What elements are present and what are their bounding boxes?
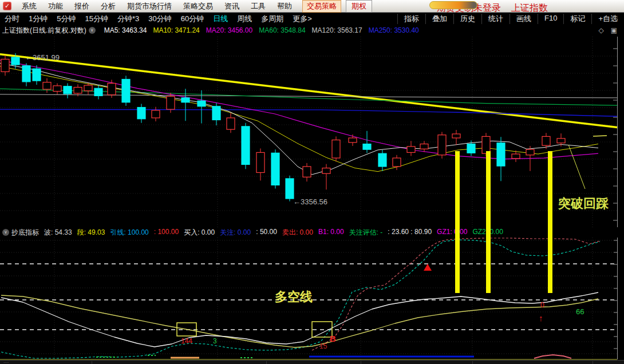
period-toolbar: 分时1分钟5分钟15分钟分钟*330分钟60分钟日线周线多周期更多> 指标叠加历… [0, 13, 624, 26]
svg-text:多空线: 多空线 [275, 290, 313, 304]
tool-button[interactable]: 叠加 [425, 14, 453, 24]
menu-item[interactable]: 分析 [95, 1, 121, 11]
indicator-chevron-icon[interactable]: ∨ [2, 229, 9, 236]
menu-item-options[interactable]: 期权 [346, 0, 372, 13]
menu-item[interactable]: 策略交易 [177, 1, 219, 11]
indicator-value: 关注: 0.00 [220, 228, 251, 238]
status-separator [266, 361, 267, 364]
highlight-bar-annotation [455, 151, 460, 293]
collapse-chevron-icon[interactable]: ∨ [89, 27, 96, 34]
indicator-value: 引线: 100.00 [110, 228, 148, 238]
period-tab-active[interactable]: 日线 [208, 14, 232, 24]
indicator-value: 段: 49.03 [77, 228, 105, 238]
menu-item[interactable]: 工具 [245, 1, 271, 11]
ma-value: MA20: 3456.00 [206, 26, 252, 34]
ma-value: MA60: 3548.84 [259, 26, 305, 34]
tool-button[interactable]: +自选 [591, 14, 624, 24]
chart-canvas[interactable]: ←3651.99←3356.56突破回踩多空线1443B15660↑ [0, 0, 624, 364]
indicator-value: B1: 0.00 [318, 228, 344, 238]
menu-item[interactable]: 系统 [16, 1, 42, 11]
highlight-bar-annotation [548, 151, 552, 293]
svg-text:←3356.56: ←3356.56 [293, 197, 327, 206]
ma-value: MA120: 3563.17 [312, 26, 362, 34]
indicator-value: 卖出: 0.00 [282, 228, 313, 238]
status-bar: ···· [0, 360, 624, 364]
highlight-bar-annotation [486, 151, 491, 293]
indicator-name[interactable]: 抄底指标 [11, 228, 39, 238]
svg-text:↑: ↑ [539, 313, 543, 323]
period-tab[interactable]: 多周期 [256, 14, 288, 24]
indicator-value: : 23.60 : 80.90 [388, 228, 432, 238]
status-separator [593, 361, 593, 364]
tool-button[interactable]: 指标 [397, 14, 425, 24]
tool-button[interactable]: F10 [538, 14, 563, 24]
indicator-value: : 100.00 [154, 228, 179, 238]
status-separator [472, 361, 473, 364]
indicator-value: : 50.00 [256, 228, 277, 238]
menu-item[interactable]: 功能 [42, 1, 69, 11]
menu-item[interactable]: 资讯 [219, 1, 245, 11]
indicator-value: 买入: 0.00 [184, 228, 215, 238]
status-separator [92, 361, 92, 364]
svg-text:3: 3 [213, 337, 217, 345]
ma-value: MA5: 3463.34 [104, 26, 147, 34]
svg-text:0: 0 [540, 301, 544, 309]
tool-button[interactable]: 画线 [510, 14, 538, 24]
period-tab[interactable]: 更多> [288, 14, 317, 24]
svg-text:B: B [330, 334, 336, 343]
period-tab[interactable]: 5分钟 [52, 14, 80, 24]
menu-item[interactable]: 帮助 [271, 1, 298, 11]
status-separator [361, 361, 361, 364]
instrument-info-bar: 上证指数(日线.前复权.对数) ∨ MA5: 3463.34MA10: 3471… [0, 25, 624, 35]
ma-value: MA250: 3530.40 [369, 26, 419, 34]
svg-text:144: 144 [181, 337, 192, 345]
tool-button[interactable]: 历史 [453, 14, 481, 24]
menu-item[interactable]: 期货市场行情 [121, 1, 177, 11]
login-progress-pill [429, 1, 477, 9]
period-tab[interactable]: 1分钟 [24, 14, 52, 24]
current-index-link[interactable]: 上证指数 [511, 2, 548, 14]
instrument-title: 上证指数(日线.前复权.对数) [2, 26, 86, 35]
indicator-header: ∨ 抄底指标 波: 54.33段: 49.03引线: 100.00: 100.0… [0, 227, 624, 238]
app-logo-icon[interactable]: ✓ [3, 2, 11, 10]
period-tab[interactable]: 周线 [232, 14, 256, 24]
period-tab[interactable]: 15分钟 [80, 14, 112, 24]
ma-value: MA10: 3471.24 [153, 26, 199, 34]
menu-item-trade-strategy[interactable]: 交易策略 [302, 0, 341, 13]
period-tab[interactable]: 60分钟 [176, 14, 208, 24]
period-tab[interactable]: 分钟*3 [113, 14, 144, 24]
indicator-value: 波: 54.33 [44, 228, 72, 238]
tool-button[interactable]: 统计 [481, 14, 510, 24]
svg-text:66: 66 [576, 307, 584, 316]
period-tab[interactable]: 分时 [0, 14, 24, 24]
tool-button[interactable]: 标记 [563, 14, 591, 24]
status-dots: ···· [3, 361, 9, 364]
indicator-value: 关注评估: - [349, 228, 383, 238]
menu-item[interactable]: 报价 [69, 1, 95, 11]
svg-text:15: 15 [319, 342, 327, 350]
svg-text:突破回踩: 突破回踩 [558, 196, 609, 211]
diamond-tool-icon[interactable]: ◇ [598, 26, 603, 34]
indicator-value: GZ1: 0.00 [437, 228, 467, 238]
period-tab[interactable]: 30分钟 [144, 14, 176, 24]
pane-layout-icon[interactable]: ▣ [611, 26, 617, 34]
svg-text:←3651.99: ←3651.99 [25, 53, 60, 62]
